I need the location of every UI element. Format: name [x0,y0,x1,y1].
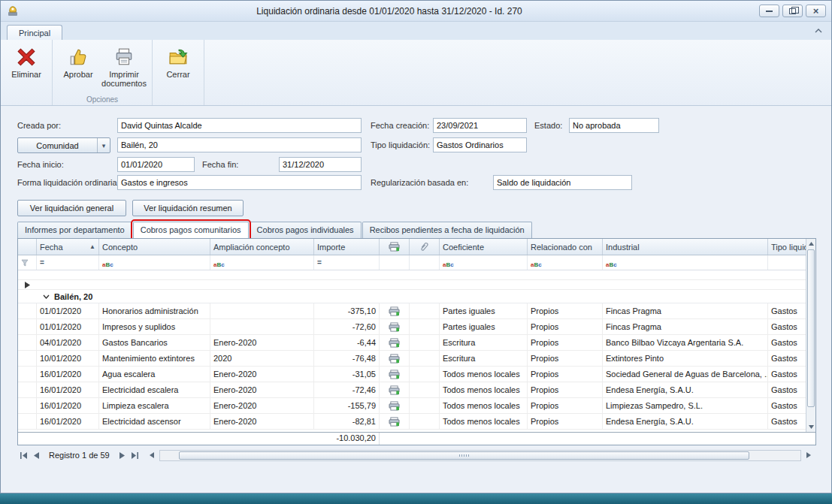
row-indicator-cell[interactable] [18,367,37,382]
cell-attachment[interactable] [410,398,440,413]
cell-attachment[interactable] [410,351,440,366]
row-indicator-cell[interactable] [18,351,37,366]
cell-importe[interactable]: -76,48 [314,351,380,366]
cell-importe[interactable]: -31,05 [314,367,380,382]
grid-data-row[interactable]: 16/01/2020Electricidad escaleraEnero-202… [18,382,806,398]
cell-attachment[interactable] [410,303,440,318]
cell-ampliacion[interactable]: Enero-2020 [210,398,314,413]
filter-ampliacion[interactable]: aBc [210,255,314,270]
cell-importe[interactable]: -72,60 [314,319,380,334]
cell-relacionado[interactable]: Propios [528,382,603,397]
ribbon-collapse-button[interactable] [812,25,825,37]
cell-relacionado[interactable]: Propios [528,367,603,382]
forma-liquidacion-field[interactable]: Gastos e ingresos [117,175,362,190]
minimize-button[interactable] [759,5,779,17]
cell-coeficiente[interactable]: Todos menos locales [440,382,528,397]
column-header-importe[interactable]: Importe [314,239,380,255]
hscroll-right-button[interactable] [802,449,815,461]
cell-fecha[interactable]: 16/01/2020 [37,382,99,397]
comunidad-field[interactable]: Bailén, 20 [117,137,362,152]
cell-concepto[interactable]: Mantenimiento extintores [99,351,210,366]
filter-fecha[interactable]: = [37,255,99,270]
cell-industrial[interactable]: Endesa Energía, S.A.U. [603,414,768,429]
ribbon-tab-principal[interactable]: Principal [7,25,62,40]
cell-concepto[interactable]: Agua escalera [99,367,210,382]
column-header-industrial[interactable]: Industrial [603,239,768,255]
cell-relacionado[interactable]: Propios [528,351,603,366]
cell-tipo[interactable]: Gastos [768,351,806,366]
close-button[interactable]: × [806,5,826,17]
tab-cobros-pagos-individuales[interactable]: Cobros pagos individuales [250,222,362,238]
ver-liquidacion-resumen-button[interactable]: Ver liquidación resumen [132,200,244,216]
cerrar-button[interactable]: Cerrar [156,42,200,94]
cell-tipo[interactable]: Gastos [768,398,806,413]
vertical-scrollbar[interactable] [806,239,815,432]
filter-tipo[interactable] [768,255,806,270]
cell-fecha[interactable]: 16/01/2020 [37,414,99,429]
cell-attachment[interactable] [410,335,440,350]
cell-tipo[interactable]: Gastos [768,335,806,350]
print-receipt-icon-cell[interactable] [380,303,410,318]
grid-data-row[interactable]: 16/01/2020Electricidad ascensorEnero-202… [18,414,806,430]
cell-concepto[interactable]: Honorarios administración [99,303,210,318]
regularizacion-field[interactable]: Saldo de liquidación [493,175,632,190]
print-receipt-icon-cell[interactable] [380,382,410,397]
vertical-scroll-thumb[interactable] [807,249,815,407]
estado-field[interactable]: No aprobada [569,118,659,133]
horizontal-scrollbar[interactable] [159,450,801,461]
scroll-down-button[interactable] [806,422,815,432]
cell-relacionado[interactable]: Propios [528,414,603,429]
tab-informes-por-departamento[interactable]: Informes por departamento [17,222,132,238]
cell-relacionado[interactable]: Propios [528,398,603,413]
cell-importe[interactable]: -375,10 [314,303,380,318]
hscroll-left-button[interactable] [146,449,159,461]
cell-tipo[interactable]: Gastos [768,382,806,397]
grid-data-row[interactable]: 16/01/2020Limpieza escaleraEnero-2020-15… [18,398,806,414]
cell-fecha[interactable]: 04/01/2020 [37,335,99,350]
cell-ampliacion[interactable]: Enero-2020 [210,335,314,350]
cell-ampliacion[interactable] [210,303,314,318]
cell-coeficiente[interactable]: Escritura [440,351,528,366]
grid-data-row[interactable]: 10/01/2020Mantenimiento extintores2020-7… [18,351,806,367]
filter-relacionado[interactable]: aBc [528,255,603,270]
fecha-creacion-field[interactable]: 23/09/2021 [433,118,527,133]
group-row[interactable]: Bailén, 20 [18,290,806,303]
cell-concepto[interactable]: Electricidad escalera [99,382,210,397]
column-header-concepto[interactable]: Concepto [99,239,210,255]
cell-attachment[interactable] [410,367,440,382]
print-receipt-icon-cell[interactable] [380,414,410,429]
cell-industrial[interactable]: Banco Bilbao Vizcaya Argentaria S.A. [603,335,768,350]
grid-data-row[interactable]: 01/01/2020Impresos y suplidos-72,60 Part… [18,319,806,335]
cell-importe[interactable]: -72,46 [314,382,380,397]
tipo-liquidacion-field[interactable]: Gastos Ordinarios [433,137,527,152]
cell-ampliacion[interactable]: Enero-2020 [210,414,314,429]
column-header-tipo[interactable]: Tipo liquidación [768,239,806,255]
cell-fecha[interactable]: 01/01/2020 [37,303,99,318]
cell-fecha[interactable]: 01/01/2020 [37,319,99,334]
cell-industrial[interactable]: Extintores Pinto [603,351,768,366]
cell-concepto[interactable]: Gastos Bancarios [99,335,210,350]
cell-attachment[interactable] [410,382,440,397]
fecha-fin-field[interactable]: 31/12/2020 [279,157,362,172]
grid-data-row[interactable]: 04/01/2020Gastos BancariosEnero-2020-6,4… [18,335,806,351]
column-header-relacionado[interactable]: Relacionado con [528,239,603,255]
cell-relacionado[interactable]: Propios [528,319,603,334]
filter-attachment[interactable] [410,255,440,270]
aprobar-button[interactable]: Aprobar [56,42,100,94]
cell-fecha[interactable]: 10/01/2020 [37,351,99,366]
cell-importe[interactable]: -6,44 [314,335,380,350]
filter-print[interactable] [380,255,410,270]
fecha-inicio-field[interactable]: 01/01/2020 [117,157,195,172]
column-header-ampliacion[interactable]: Ampliación concepto [210,239,314,255]
cell-concepto[interactable]: Limpieza escalera [99,398,210,413]
row-indicator-cell[interactable] [18,414,37,429]
imprimir-documentos-button[interactable]: Imprimir documentos [100,42,148,94]
cell-tipo[interactable]: Gastos [768,367,806,382]
row-indicator-cell[interactable] [18,303,37,318]
grid-data-row[interactable]: 01/01/2020Honorarios administración-375,… [18,303,806,319]
row-indicator-header[interactable] [18,239,37,255]
cell-concepto[interactable]: Electricidad ascensor [99,414,210,429]
cell-industrial[interactable]: Endesa Energía, S.A.U. [603,382,768,397]
cell-relacionado[interactable]: Propios [528,335,603,350]
cell-concepto[interactable]: Impresos y suplidos [99,319,210,334]
